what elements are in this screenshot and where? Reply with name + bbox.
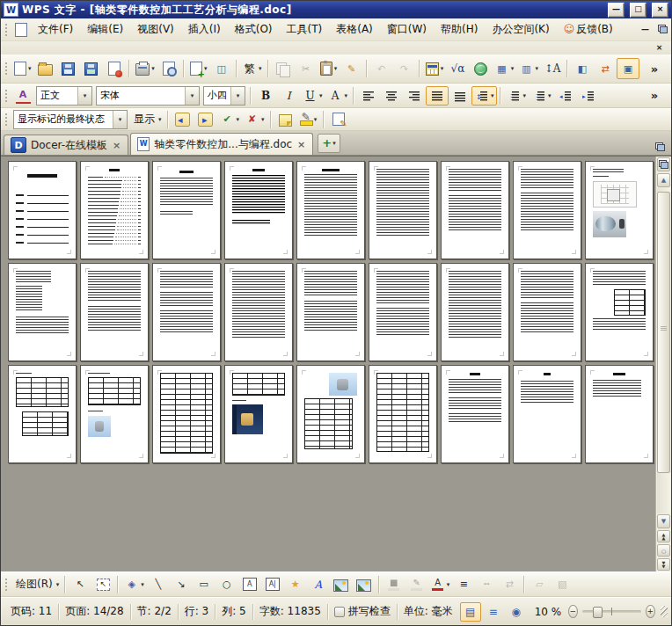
page-thumbnail-11[interactable] bbox=[80, 263, 149, 361]
size-combo-dropdown[interactable]: ▾ bbox=[230, 87, 245, 105]
char-settings-button[interactable]: A▾ bbox=[325, 86, 351, 106]
print-button[interactable]: ▾ bbox=[133, 58, 157, 79]
scrollbar-thumb[interactable] bbox=[657, 192, 670, 473]
line-style-button[interactable]: ≡ bbox=[452, 575, 475, 594]
cut-button[interactable]: ✂ bbox=[295, 58, 318, 79]
fill-color-button[interactable]: ■ bbox=[383, 575, 405, 594]
line-button[interactable]: ╲ bbox=[147, 575, 170, 594]
page-thumbnail-18[interactable] bbox=[585, 263, 654, 361]
reject-change-button[interactable]: ✘▾ bbox=[242, 110, 267, 129]
multi-page-view-button[interactable]: ▣ bbox=[617, 58, 639, 79]
page-thumbnail-12[interactable] bbox=[152, 263, 221, 361]
tab-docer[interactable]: DDocer-在线模板× bbox=[4, 135, 128, 155]
menu-item-11[interactable]: ☺反馈(B) bbox=[557, 20, 620, 39]
zoom-out-button[interactable]: − bbox=[568, 605, 577, 618]
status-page-of-total[interactable]: 页面: 14/28 bbox=[59, 604, 130, 620]
text-wrap-button[interactable]: ⇄ bbox=[594, 58, 617, 79]
page-thumbnail-8[interactable] bbox=[513, 161, 581, 259]
bullet-list-button[interactable]: ⋮▾ bbox=[529, 86, 554, 106]
page-thumbnail-22[interactable] bbox=[224, 365, 293, 463]
line-spacing-button[interactable]: ↕▾ bbox=[471, 86, 497, 106]
page-thumbnail-21[interactable] bbox=[152, 365, 221, 463]
new-document-button[interactable]: ▾ bbox=[11, 58, 34, 79]
rectangle-button[interactable]: ▭ bbox=[193, 575, 215, 594]
status-column[interactable]: 列: 5 bbox=[215, 604, 253, 620]
select-objects-button[interactable]: ↖ bbox=[91, 575, 114, 594]
justify-button[interactable] bbox=[426, 86, 449, 106]
menu-item-6[interactable]: 工具(T) bbox=[280, 20, 330, 39]
mdi-restore-button[interactable] bbox=[656, 25, 669, 35]
insert-comment-button[interactable] bbox=[274, 110, 297, 129]
page-thumbnail-23[interactable] bbox=[296, 365, 365, 463]
columns-button[interactable]: ▥▾ bbox=[516, 58, 541, 79]
toolbar-grip[interactable] bbox=[4, 22, 8, 38]
menu-item-7[interactable]: 表格(A) bbox=[329, 20, 380, 39]
page-thumbnail-3[interactable] bbox=[152, 161, 221, 259]
page-setup-button[interactable]: ◫ bbox=[210, 58, 233, 79]
page-thumbnail-15[interactable] bbox=[369, 263, 437, 361]
mdi-close-button[interactable]: × bbox=[653, 43, 666, 54]
align-right-button[interactable] bbox=[403, 86, 426, 106]
redo-button[interactable]: ↷ bbox=[393, 58, 416, 79]
page-thumbnail-5[interactable] bbox=[296, 161, 365, 259]
menu-item-3[interactable]: 视图(V) bbox=[130, 20, 181, 39]
decrease-indent-button[interactable]: ◂ bbox=[554, 86, 577, 106]
page-thumbnail-27[interactable] bbox=[585, 365, 654, 463]
page-thumbnail-13[interactable] bbox=[224, 263, 293, 361]
menu-item-4[interactable]: 插入(I) bbox=[181, 20, 228, 39]
page-thumbnail-10[interactable] bbox=[8, 263, 77, 361]
status-page-number[interactable]: 页码: 11 bbox=[4, 604, 59, 620]
outline-view-button[interactable]: ≡ bbox=[483, 602, 504, 622]
next-page-button[interactable]: ▼ ▼ bbox=[657, 558, 670, 571]
format-painter-button[interactable]: ✎ bbox=[340, 58, 363, 79]
dash-style-button[interactable]: ╍ bbox=[475, 575, 498, 594]
chinese-convert-button[interactable]: 繁▾ bbox=[240, 58, 265, 79]
autoshapes-button[interactable]: ◈▾ bbox=[121, 575, 147, 594]
highlight-button[interactable]: ▾ bbox=[297, 110, 320, 129]
draw-menu-button[interactable]: 绘图(R)▾ bbox=[11, 575, 62, 594]
spellcheck-status[interactable]: 拼写检查 bbox=[328, 604, 398, 620]
zoom-slider-thumb[interactable] bbox=[593, 607, 603, 618]
status-line[interactable]: 行: 3 bbox=[179, 604, 216, 620]
page-thumbnail-7[interactable] bbox=[441, 161, 509, 259]
page-thumbnail-14[interactable] bbox=[296, 263, 365, 361]
menu-item-8[interactable]: 窗口(W) bbox=[380, 20, 434, 39]
mdi-minimize-button[interactable]: — bbox=[639, 25, 652, 35]
print-preview-button[interactable] bbox=[157, 58, 180, 79]
new-from-template-button[interactable]: ▾ bbox=[187, 58, 210, 79]
tab-close-icon[interactable]: × bbox=[112, 140, 121, 151]
open-file-button[interactable] bbox=[34, 58, 57, 79]
table-compute-button[interactable]: ▾ bbox=[423, 58, 447, 79]
line-color-button[interactable]: ✎ bbox=[405, 575, 428, 594]
size-combo[interactable]: 小四▾ bbox=[203, 86, 245, 106]
font-color-button[interactable]: A▾ bbox=[428, 575, 453, 594]
increase-indent-button[interactable]: ▸ bbox=[577, 86, 600, 106]
page-thumbnail-25[interactable] bbox=[441, 365, 509, 463]
page-thumbnail-6[interactable] bbox=[369, 161, 437, 259]
export-pdf-button[interactable] bbox=[103, 58, 126, 79]
menu-item-5[interactable]: 格式(O) bbox=[228, 20, 280, 39]
next-change-button[interactable] bbox=[194, 110, 217, 129]
paste-button[interactable]: ▾ bbox=[318, 58, 340, 79]
markup-state-combo-dropdown[interactable]: ▾ bbox=[113, 111, 127, 128]
page-thumbnail-26[interactable] bbox=[513, 365, 581, 463]
minimize-button[interactable]: — bbox=[608, 3, 625, 18]
previous-page-button[interactable]: ▲ ▲ bbox=[657, 530, 670, 542]
tab-list-icon[interactable] bbox=[655, 142, 665, 151]
page-view-button[interactable]: ▤ bbox=[460, 602, 481, 622]
hyperlink-button[interactable] bbox=[469, 58, 492, 79]
new-tab-button[interactable]: + ▾ bbox=[318, 134, 340, 153]
bold-button[interactable]: B bbox=[254, 86, 277, 106]
style-combo[interactable]: 正文▾ bbox=[36, 86, 92, 106]
select-arrow-button[interactable]: ↖ bbox=[69, 575, 91, 594]
3d-style-button[interactable]: ▧ bbox=[551, 575, 573, 594]
insert-picture-button[interactable] bbox=[330, 575, 353, 594]
insert-wordart-button[interactable]: ★ bbox=[284, 575, 307, 594]
page-thumbnail-19[interactable] bbox=[8, 365, 77, 463]
underline-button[interactable]: U▾ bbox=[300, 86, 325, 106]
toolbar-grip[interactable] bbox=[4, 112, 8, 127]
review-pane-button[interactable] bbox=[327, 110, 350, 129]
undo-button[interactable]: ↶ bbox=[370, 58, 393, 79]
font-combo[interactable]: 宋体▾ bbox=[96, 86, 200, 106]
page-thumbnail-1[interactable] bbox=[8, 161, 77, 259]
